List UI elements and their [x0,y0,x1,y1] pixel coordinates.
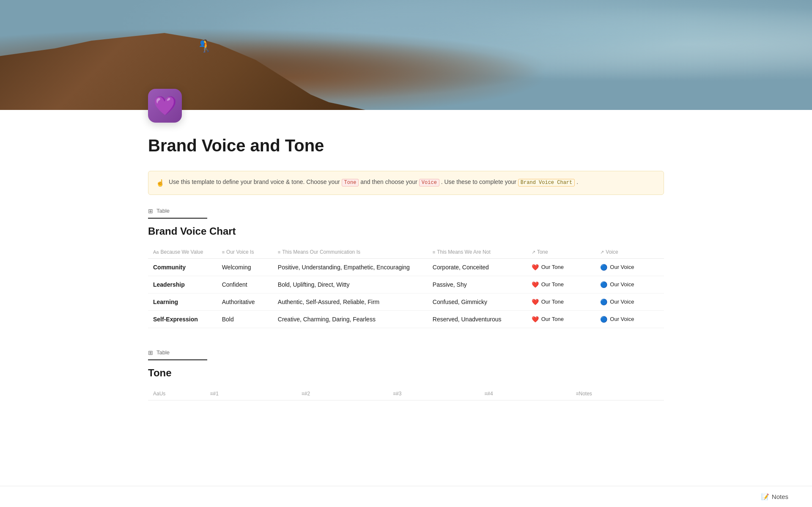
cell-tone[interactable]: ❤️ Our Tone [527,258,595,276]
col-voice-is-header: ≡Our Voice Is [217,246,273,259]
cell-tone[interactable]: ❤️ Our Tone [527,276,595,293]
cell-voice[interactable]: 🔵 Our Voice [595,258,664,276]
cell-because: Learning [148,293,217,310]
voice-label: Our Voice [610,299,634,305]
col-2-header: ≡#2 [296,387,388,400]
info-banner: ☝️ Use this template to define your bran… [148,171,664,195]
table-row: Community Welcoming Positive, Understand… [148,258,664,276]
tone-table: AaUs ≡#1 ≡#2 ≡#3 ≡#4 ≡Notes [148,387,664,400]
col-us-header: AaUs [148,387,205,400]
voice-label: Our Voice [610,264,634,270]
tone-label: Our Tone [541,299,564,305]
tone-section: ⊞ Table Tone AaUs ≡#1 ≡#2 ≡#3 [148,349,664,400]
brand-voice-chart-title: Brand Voice Chart [148,225,664,237]
cell-voice[interactable]: 🔵 Our Voice [595,310,664,328]
table-row: Self‑Expression Bold Creative, Charming,… [148,310,664,328]
cell-because: Community [148,258,217,276]
table-row: Leadership Confident Bold, Uplifting, Di… [148,276,664,293]
info-text: Use this template to define your brand v… [169,177,578,187]
cell-not: Reserved, Unadventurous [428,310,527,328]
voice-dot-icon: 🔵 [600,316,607,323]
brand-voice-tag: Brand Voice Chart [518,179,575,186]
voice-dot-icon: 🔵 [600,264,607,271]
cell-because: Self‑Expression [148,310,217,328]
cell-voice[interactable]: 🔵 Our Voice [595,293,664,310]
page-icon: 💜 [148,89,182,123]
hand-icon: ☝️ [156,178,165,189]
col-4-header: ≡#4 [479,387,571,400]
brand-voice-section: ⊞ Table Brand Voice Chart AaBecause We V… [148,208,664,328]
cell-voice-is: Welcoming [217,258,273,276]
table-label-2: ⊞ Table [148,349,207,360]
tone-dot-icon: ❤️ [532,281,539,288]
notes-icon: 📝 [761,493,769,501]
col-notes-header: ≡Notes [571,387,664,400]
hero-banner: 👤 [0,0,812,110]
voice-dot-icon: 🔵 [600,299,607,305]
cell-not: Confused, Gimmicky [428,293,527,310]
cell-voice-is: Authoritative [217,293,273,310]
cell-because: Leadership [148,276,217,293]
col-because-header: AaBecause We Value [148,246,217,259]
tone-dot-icon: ❤️ [532,264,539,271]
voice-tag: Voice [419,179,439,186]
tone-dot-icon: ❤️ [532,299,539,305]
cell-voice[interactable]: 🔵 Our Voice [595,276,664,293]
bottom-nav: 📝 Notes [0,486,812,507]
cell-not: Corporate, Conceited [428,258,527,276]
cell-voice-is: Bold [217,310,273,328]
col-comm-header: ≡This Means Our Communication Is [273,246,428,259]
col-tone-header: ↗Tone [527,246,595,259]
brand-voice-table: AaBecause We Value ≡Our Voice Is ≡This M… [148,246,664,328]
cell-comm: Positive, Understanding, Empathetic, Enc… [273,258,428,276]
cell-tone[interactable]: ❤️ Our Tone [527,293,595,310]
table-icon-1: ⊞ [148,208,153,214]
table-icon-2: ⊞ [148,349,153,356]
voice-label: Our Voice [610,281,634,288]
tone-section-title: Tone [148,367,664,379]
cell-comm: Bold, Uplifting, Direct, Witty [273,276,428,293]
cell-voice-is: Confident [217,276,273,293]
notes-label: Notes [772,493,788,500]
page-title: Brand Voice and Tone [148,135,664,156]
cell-not: Passive, Shy [428,276,527,293]
cell-comm: Authentic, Self‑Assured, Reliable, Firm [273,293,428,310]
tone-label: Our Tone [541,264,564,270]
tone-label: Our Tone [541,281,564,288]
cell-tone[interactable]: ❤️ Our Tone [527,310,595,328]
tone-label: Our Tone [541,316,564,322]
col-not-header: ≡This Means We Are Not [428,246,527,259]
hero-figure: 👤 [199,40,204,53]
voice-label: Our Voice [610,316,634,322]
hero-image: 👤 [0,0,812,110]
tone-dot-icon: ❤️ [532,316,539,323]
tone-tag: Tone [342,179,359,186]
col-3-header: ≡#3 [388,387,479,400]
col-voice-col-header: ↗Voice [595,246,664,259]
voice-dot-icon: 🔵 [600,281,607,288]
table-row: Learning Authoritative Authentic, Self‑A… [148,293,664,310]
col-1-header: ≡#1 [205,387,296,400]
cell-comm: Creative, Charming, Daring, Fearless [273,310,428,328]
notes-tab[interactable]: 📝 Notes [754,491,795,503]
table-label-1: ⊞ Table [148,208,207,219]
